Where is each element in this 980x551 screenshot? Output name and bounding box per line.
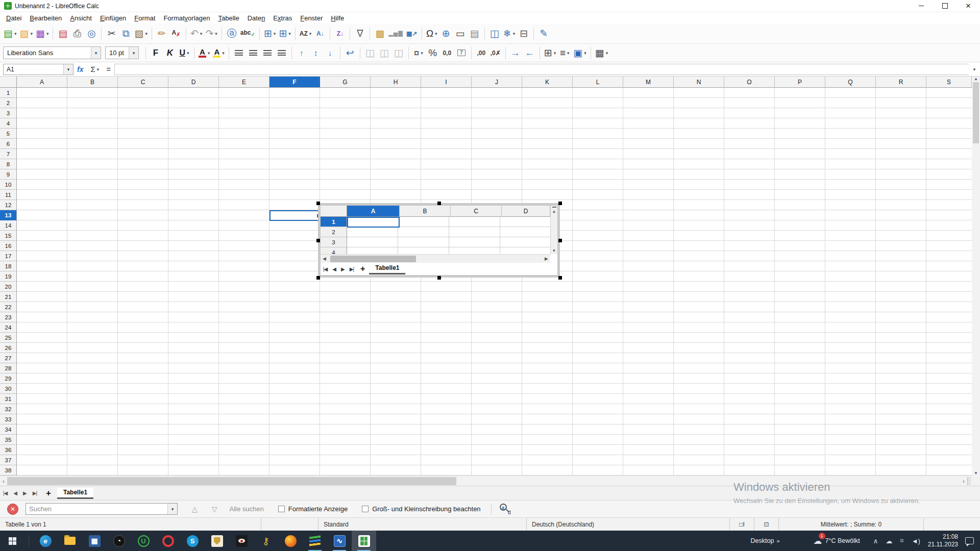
column-header-C[interactable]: C (118, 77, 168, 88)
insert-chart-button[interactable]: ▂▅▇ (387, 26, 404, 41)
resize-handle[interactable] (558, 202, 562, 205)
sheet-grid[interactable] (17, 88, 972, 478)
chevron-down-icon[interactable]: ▾ (554, 51, 556, 56)
weather-widget[interactable]: ☁ 1 7°C Bewölkt (814, 536, 860, 546)
scroll-up-icon[interactable]: ▲ (552, 209, 556, 214)
chevron-down-icon[interactable]: ▾ (513, 31, 516, 36)
volume-icon[interactable]: ◄) (912, 537, 920, 545)
formula-button[interactable]: = (106, 65, 111, 73)
sheet-tab-tabelle1[interactable]: Tabelle1 (57, 488, 93, 499)
add-sheet-button[interactable]: + (46, 488, 51, 498)
row-header-5[interactable]: 5 (0, 129, 17, 139)
column-header-F[interactable]: F (270, 77, 320, 88)
start-button[interactable] (0, 531, 24, 551)
justify-button[interactable] (275, 45, 289, 61)
add-decimal-place-button[interactable]: ,00 (474, 45, 488, 61)
conditional-formatting-button[interactable]: ▦▾ (594, 45, 609, 61)
export-pdf-button[interactable]: ▤ (56, 26, 70, 41)
embedded-select-all-corner[interactable] (321, 206, 347, 217)
row-header-4[interactable]: 4 (0, 118, 17, 129)
font-size-combo[interactable]: 10 pt ▾ (105, 46, 139, 59)
underline-button[interactable]: U▾ (177, 45, 191, 61)
row-header-12[interactable]: 12 (0, 200, 17, 210)
chevron-down-icon[interactable]: ▾ (200, 31, 203, 36)
sum-button[interactable]: Σ▾ (90, 65, 99, 73)
resize-handle[interactable] (558, 239, 562, 242)
menu-formatvorlagen[interactable]: Formatvorlagen (159, 13, 214, 23)
row-header-36[interactable]: 36 (0, 445, 17, 455)
desktop-toolbar[interactable]: Desktop » (751, 537, 780, 544)
font-color-button[interactable]: A▾ (197, 45, 211, 61)
column-header-I[interactable]: I (421, 77, 472, 88)
row-header-27[interactable]: 27 (0, 353, 17, 363)
format-number-button[interactable]: 0,0 (440, 45, 454, 61)
row-header-21[interactable]: 21 (0, 292, 17, 302)
resize-handle[interactable] (316, 239, 320, 242)
undo-button[interactable]: ↶▾ (189, 26, 204, 41)
find-all-button[interactable]: Alle suchen (230, 505, 264, 513)
hyperlink-button[interactable]: ⊕ (439, 26, 453, 41)
chevron-down-icon[interactable]: ▾ (274, 31, 276, 36)
align-right-button[interactable] (260, 45, 275, 61)
taskbar-app-opera[interactable] (156, 531, 180, 551)
column-header-L[interactable]: L (573, 77, 623, 88)
row-header-8[interactable]: 8 (0, 159, 17, 169)
menu-hilfe[interactable]: Hilfe (327, 13, 348, 23)
row-header-7[interactable]: 7 (0, 149, 17, 159)
copy-button[interactable]: ⧉ (118, 26, 133, 41)
align-bottom-button[interactable]: ↓ (323, 45, 337, 61)
open-button[interactable]: ▨▾ (18, 26, 34, 41)
chevron-down-icon[interactable]: ▾ (584, 51, 586, 56)
scroll-right-icon[interactable]: › (960, 478, 967, 484)
expand-formula-bar-button[interactable]: ▾ (969, 67, 980, 72)
center-vertically-button[interactable]: ↕ (309, 45, 323, 61)
row-header-10[interactable]: 10 (0, 180, 17, 190)
scrollbar-thumb[interactable] (973, 82, 979, 143)
chevron-down-icon[interactable]: ▾ (567, 51, 570, 56)
merge-center-cells-button[interactable]: ◫ (363, 45, 377, 61)
search-input[interactable] (26, 504, 167, 514)
column-header-R[interactable]: R (876, 77, 926, 88)
taskbar-app-gold[interactable] (205, 531, 229, 551)
new-button[interactable]: ▤▾ (2, 26, 18, 41)
embedded-sheet-tab[interactable]: Tabelle1 (369, 263, 405, 274)
embedded-column-header-C[interactable]: C (451, 206, 502, 217)
freeze-rows-columns-button[interactable]: ◫ (487, 26, 502, 41)
menu-extras[interactable]: Extras (269, 13, 296, 23)
row-header-20[interactable]: 20 (0, 282, 17, 292)
taskbar-app-keys[interactable]: ⚷ (254, 531, 278, 551)
selection-mode-icon[interactable]: □I (730, 518, 754, 531)
name-box[interactable]: A1 ▾ (3, 64, 74, 75)
taskbar-clock[interactable]: 21:08 21.11.2023 (928, 533, 958, 548)
unmerge-cells-button[interactable]: ◫ (391, 45, 406, 61)
row-header-31[interactable]: 31 (0, 394, 17, 404)
column-header-K[interactable]: K (522, 77, 573, 88)
scrollbar-thumb[interactable] (7, 477, 456, 485)
taskbar-app-eye[interactable] (229, 531, 254, 551)
format-date-button[interactable]: 7 (454, 45, 469, 61)
row-header-15[interactable]: 15 (0, 231, 17, 241)
scroll-down-icon[interactable]: ▼ (552, 248, 556, 253)
column-header-N[interactable]: N (674, 77, 724, 88)
row-header-2[interactable]: 2 (0, 98, 17, 108)
row-header-33[interactable]: 33 (0, 414, 17, 424)
resize-handle[interactable] (558, 276, 562, 280)
row-header-26[interactable]: 26 (0, 343, 17, 353)
action-center-icon[interactable] (965, 537, 974, 544)
sort-button[interactable]: AZ▾ (298, 26, 313, 41)
find-replace-button[interactable]: ⓐ (225, 26, 239, 41)
scroll-up-icon[interactable]: ▲ (974, 77, 978, 81)
resize-handle[interactable] (316, 202, 320, 205)
align-center-button[interactable] (246, 45, 260, 61)
chevron-down-icon[interactable]: ▾ (288, 31, 291, 36)
text-box-button[interactable]: ▭ (453, 26, 468, 41)
taskbar-app-edge[interactable]: e (33, 531, 58, 551)
last-sheet-button[interactable]: ▶| (33, 490, 37, 496)
first-sheet-button[interactable]: |◀ (3, 490, 7, 496)
scroll-down-icon[interactable]: ▼ (974, 471, 978, 475)
increase-indent-button[interactable]: → (508, 45, 523, 61)
save-status-icon[interactable]: ⊡ (754, 518, 779, 531)
redo-button[interactable]: ↷▾ (204, 26, 218, 41)
menu-tabelle[interactable]: Tabelle (214, 13, 243, 23)
embedded-vertical-scrollbar[interactable]: ▲ ▼ (550, 206, 557, 254)
